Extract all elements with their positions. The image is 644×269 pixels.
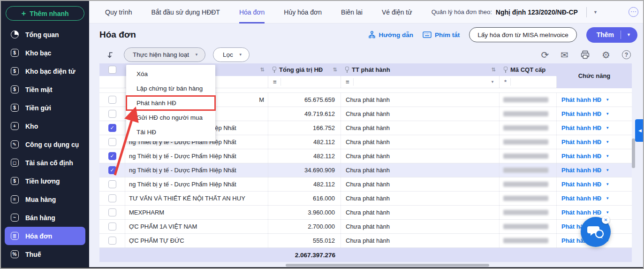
bulk-actions-button[interactable]: Thực hiện hàng loạt ▼ <box>124 47 205 62</box>
customer-cell: ỢC PHẨM 1A VIỆT NAM <box>125 220 268 233</box>
row-checkbox[interactable] <box>108 124 116 132</box>
row-checkbox[interactable] <box>108 110 116 118</box>
sidebar-item-label: Kho bạc <box>25 49 51 57</box>
action-link[interactable]: Phát hành HĐ▼ <box>557 192 632 205</box>
filter-button[interactable]: Lọc ▼ <box>213 47 250 62</box>
quick-add-button[interactable]: + Thêm nhanh <box>6 6 84 21</box>
sidebar-item-8[interactable]: $ Tiền lương <box>1 172 89 190</box>
sidebar-item-0[interactable]: Tổng quan <box>1 25 89 44</box>
decree-caret-icon[interactable]: ▼ <box>591 10 600 15</box>
filter-status[interactable]: =▼ <box>341 76 500 88</box>
settings-gear-icon[interactable]: ⚙ <box>602 50 610 60</box>
nav-tab-5[interactable]: Vé điện tử <box>382 1 412 23</box>
action-link[interactable]: Phát hành HĐ▼ <box>557 163 632 177</box>
window-bottom-edge <box>1 267 644 269</box>
col-cqt[interactable]: Mã CQT cấp <box>500 63 557 76</box>
send-mail-icon[interactable]: ✉ <box>561 50 568 60</box>
blurred-code <box>503 97 548 102</box>
caret-down-icon: ▼ <box>606 196 609 200</box>
horizontal-scrollbar[interactable] <box>286 264 489 267</box>
menu-item-1[interactable]: Lập chứng từ bán hàng <box>126 81 215 96</box>
sidebar-item-12[interactable]: % Thuế <box>1 245 89 263</box>
deposit-icon: $ <box>9 104 20 112</box>
row-checkbox[interactable] <box>108 96 116 104</box>
caret-down-icon: ▼ <box>606 210 609 215</box>
row-checkbox[interactable] <box>108 152 116 160</box>
sidebar-item-label: Kho bạc điện tử <box>25 68 76 75</box>
bulk-actions-menu: XóaLập chứng từ bán hàngPhát hành HĐGửi … <box>126 65 215 141</box>
pin-icon[interactable] <box>272 67 276 73</box>
print-icon[interactable] <box>580 50 590 60</box>
filter-total[interactable]: = <box>268 76 341 88</box>
sidebar-item-6[interactable]: ✎ Công cụ dụng cụ <box>1 135 89 154</box>
flowchart-icon <box>368 31 376 38</box>
expand-panel-tab[interactable]: ◀ <box>635 119 644 142</box>
filter-caret-icon[interactable]: ▼ <box>491 80 494 84</box>
action-link[interactable]: Phát hành HĐ▼ <box>557 149 632 163</box>
row-checkbox[interactable] <box>108 180 116 188</box>
help-icon[interactable]: ? <box>622 50 631 59</box>
add-caret-icon[interactable]: ▼ <box>621 32 637 37</box>
cqt-cell <box>500 192 557 205</box>
action-link[interactable]: Phát hành HĐ▼ <box>557 107 632 121</box>
vertical-scrollbar[interactable] <box>632 138 635 168</box>
menu-item-0[interactable]: Xóa <box>126 67 215 81</box>
pin-icon[interactable] <box>503 67 508 73</box>
row-checkbox[interactable] <box>108 223 116 231</box>
col-status[interactable]: TT phát hành⇅ <box>341 63 500 76</box>
more-options-icon[interactable]: ⋯ <box>629 7 638 17</box>
action-link[interactable]: Phát hành HĐ▼ <box>557 121 632 135</box>
fetch-invoice-button[interactable]: Lấy hóa đơn từ MISA meInvoice <box>469 27 577 42</box>
sort-icon[interactable]: ⇅ <box>492 67 496 73</box>
sidebar-item-9[interactable]: ≡ Mua hàng <box>1 190 89 208</box>
row-checkbox[interactable] <box>108 194 116 202</box>
action-link[interactable]: Phát hành HĐ▼ <box>557 135 632 149</box>
sidebar-item-5[interactable]: + Kho <box>1 117 89 135</box>
guide-link[interactable]: Hướng dẫn <box>368 31 413 38</box>
row-checkbox[interactable] <box>108 237 116 245</box>
nav-tab-4[interactable]: Biên lai <box>341 1 363 23</box>
menu-item-3[interactable]: Gửi HĐ cho người mua <box>126 110 215 125</box>
caret-down-icon: ▼ <box>606 112 609 116</box>
refresh-icon[interactable]: ⟳ <box>541 50 549 60</box>
total-cell: 3.960.000 <box>268 206 341 219</box>
table-row: ỢC PHẨM 1A VIỆT NAM 2.700.000 Chưa phát … <box>99 220 632 234</box>
add-button[interactable]: Thêm ▼ <box>586 27 637 43</box>
select-all-checkbox[interactable] <box>108 66 116 74</box>
status-cell: Chưa phát hành <box>341 93 500 107</box>
nav-tab-0[interactable]: Quy trình <box>105 1 132 23</box>
sidebar-item-label: Mua hàng <box>25 196 56 203</box>
menu-item-4[interactable]: Tải HĐ <box>126 125 215 139</box>
caret-down-icon: ▼ <box>606 168 609 172</box>
row-checkbox[interactable] <box>108 166 116 174</box>
sort-icon[interactable]: ⇅ <box>260 67 265 73</box>
filter-cqt[interactable]: * <box>500 76 557 88</box>
chat-close-icon[interactable]: ✕ <box>602 216 610 224</box>
sidebar-item-3[interactable]: $ Tiền mặt <box>1 80 89 99</box>
status-cell: Chưa phát hành <box>341 121 500 135</box>
sidebar-item-11[interactable]: ≣ Hóa đơn <box>5 227 85 245</box>
warehouse-icon: + <box>9 122 20 130</box>
sidebar-item-7[interactable]: ◻ Tài sản cố định <box>1 154 89 172</box>
sidebar-item-1[interactable]: $ Kho bạc <box>1 44 89 62</box>
expand-rows-icon[interactable]: ↴ <box>107 49 114 60</box>
cqt-cell <box>500 93 557 107</box>
menu-item-2[interactable]: Phát hành HĐ <box>126 96 215 110</box>
pin-icon[interactable] <box>345 67 349 73</box>
sidebar-item-10[interactable]: ~ Bán hàng <box>1 208 89 227</box>
sidebar-item-2[interactable]: $ Kho bạc điện tử <box>1 62 89 80</box>
shortcut-link[interactable]: Phím tắt <box>423 31 460 38</box>
action-link[interactable]: Phát hành HĐ▼ <box>557 93 632 107</box>
col-total[interactable]: Tổng giá trị HĐ⇅ <box>268 63 341 76</box>
nav-tab-3[interactable]: Hủy hóa đơn <box>284 1 322 23</box>
row-checkbox[interactable] <box>108 208 116 216</box>
nav-tab-2[interactable]: Hóa đơn <box>239 1 265 23</box>
total-cell: 166.752 <box>268 121 341 135</box>
action-link[interactable]: Phát hành HĐ▼ <box>557 177 632 191</box>
sidebar-item-4[interactable]: $ Tiền gửi <box>1 99 89 117</box>
row-checkbox[interactable] <box>108 138 116 146</box>
sort-icon[interactable]: ⇅ <box>333 67 337 73</box>
nav-tab-1[interactable]: Bắt đầu sử dụng HĐĐT <box>152 1 220 23</box>
total-cell: 482.112 <box>268 135 341 149</box>
cqt-cell <box>500 220 557 233</box>
